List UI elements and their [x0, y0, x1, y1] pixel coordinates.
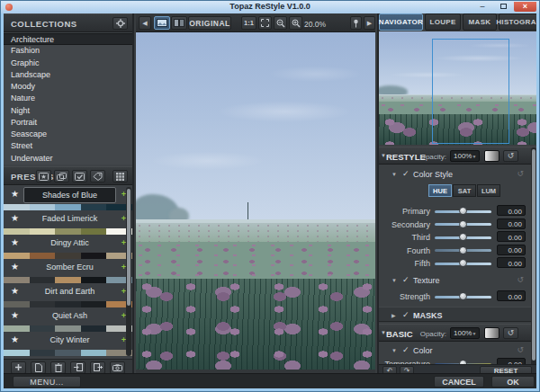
collapse-right-button[interactable]: ▶: [364, 16, 375, 30]
restyle-section-header[interactable]: ▼ RESTYLE Opacity: 100%▼ ↺: [379, 147, 536, 165]
preset-photo-star-button[interactable]: [36, 170, 51, 183]
masks-row[interactable]: ▶ ✓ MASKS: [379, 307, 536, 322]
tab-sat[interactable]: SAT: [453, 184, 476, 197]
color-reset-icon[interactable]: ↺: [517, 345, 524, 354]
collapse-caret-icon[interactable]: ▼: [392, 348, 397, 353]
close-button[interactable]: ×: [514, 2, 536, 12]
menu-button[interactable]: MENU...: [13, 376, 81, 388]
preset-check-button[interactable]: [72, 170, 87, 183]
save-preset-button[interactable]: [31, 361, 46, 374]
basic-opacity-dropdown[interactable]: 100%▼: [450, 327, 480, 339]
original-toggle-button[interactable]: ORIGINAL: [188, 16, 231, 30]
tab-mask[interactable]: MASK: [463, 13, 497, 31]
favorite-star-icon[interactable]: ★: [11, 213, 19, 223]
add-preset-button[interactable]: [11, 361, 26, 374]
strength-value[interactable]: 0.00: [497, 290, 526, 301]
preset-item[interactable]: ★ Dirt and Earth +: [4, 283, 132, 307]
navigator-thumbnail[interactable]: [379, 31, 536, 145]
delete-preset-button[interactable]: [50, 361, 66, 374]
fourth-value[interactable]: 0.00: [497, 245, 526, 255]
export-preset-button[interactable]: [90, 361, 105, 374]
import-preset-button[interactable]: [70, 361, 86, 374]
fifth-value[interactable]: 0.00: [497, 257, 526, 268]
parameters-scrollbar[interactable]: [531, 147, 536, 375]
preset-stack-button[interactable]: [54, 170, 69, 183]
preset-item[interactable]: ★ Somber Ecru +: [4, 259, 132, 283]
preset-item[interactable]: ★ Goldenrod Weaving +: [4, 356, 132, 357]
favorite-star-icon[interactable]: ★: [11, 310, 19, 320]
slider-knob[interactable]: [459, 233, 467, 241]
cancel-button[interactable]: CANCEL: [434, 376, 484, 388]
collapsed-caret-icon[interactable]: ▶: [392, 312, 396, 318]
ok-button[interactable]: OK: [491, 376, 535, 388]
restyle-reset-button[interactable]: ↺: [503, 150, 518, 162]
preset-tag-button[interactable]: [90, 170, 105, 183]
preset-item[interactable]: ★ Shades of Blue +: [4, 186, 132, 210]
collection-item-nature[interactable]: Nature: [4, 93, 132, 104]
collapse-left-button[interactable]: ◀: [139, 16, 151, 30]
preview-image[interactable]: [136, 32, 375, 370]
preset-grid-view-button[interactable]: [112, 170, 128, 183]
collection-item-architecture[interactable]: Architecture: [4, 33, 132, 45]
enabled-check-icon[interactable]: ✓: [402, 169, 410, 178]
preset-item[interactable]: ★ Quiet Ash +: [4, 307, 132, 332]
collection-item-graphic[interactable]: Graphic: [4, 58, 132, 69]
secondary-slider[interactable]: [435, 223, 491, 226]
collection-item-landscape[interactable]: Landscape: [4, 69, 132, 81]
fifth-slider[interactable]: [435, 263, 491, 265]
tab-loupe[interactable]: LOUPE: [425, 13, 461, 31]
primary-slider[interactable]: [435, 210, 491, 213]
restyle-opacity-dropdown[interactable]: 100%▼: [450, 150, 480, 162]
preset-item[interactable]: ★ Dingy Attic +: [4, 235, 132, 259]
preset-item[interactable]: ★ City Winter +: [4, 332, 132, 356]
collapse-caret-icon[interactable]: ▼: [392, 278, 397, 283]
texture-reset-icon[interactable]: ↺: [517, 275, 524, 284]
favorite-star-icon[interactable]: ★: [11, 237, 19, 247]
collection-item-fashion[interactable]: Fashion: [4, 45, 132, 57]
favorite-star-icon[interactable]: ★: [11, 286, 19, 296]
collection-item-moody[interactable]: Moody: [4, 81, 132, 93]
tab-navigator[interactable]: NAVIGATOR: [379, 13, 423, 31]
fit-screen-button[interactable]: [258, 16, 272, 30]
slider-knob[interactable]: [459, 246, 467, 254]
collection-item-seascape[interactable]: Seascape: [4, 129, 132, 140]
navigator-viewport-rect[interactable]: [432, 39, 509, 144]
collection-item-night[interactable]: Night: [4, 105, 132, 117]
snapshot-button[interactable]: [110, 361, 125, 374]
presets-scrollbar[interactable]: [126, 187, 131, 356]
slider-knob[interactable]: [459, 207, 467, 215]
fourth-slider[interactable]: [435, 249, 491, 252]
title-bar[interactable]: Topaz ReStyle V1.0.0 – ×: [1, 1, 539, 13]
basic-reset-button[interactable]: ↺: [503, 327, 518, 339]
strength-slider[interactable]: [435, 296, 491, 298]
collection-item-underwater[interactable]: Underwater: [4, 153, 132, 165]
enabled-check-icon[interactable]: ✓: [402, 310, 410, 319]
secondary-value[interactable]: 0.00: [497, 218, 526, 229]
basic-blend-mode-button[interactable]: [484, 327, 500, 339]
favorite-star-icon[interactable]: ★: [11, 262, 19, 272]
tab-hue[interactable]: HUE: [428, 184, 452, 197]
slider-knob[interactable]: [459, 259, 467, 267]
favorite-star-icon[interactable]: ★: [11, 189, 19, 199]
color-style-reset-icon[interactable]: ↺: [517, 169, 524, 178]
enabled-check-icon[interactable]: ✓: [402, 345, 410, 354]
split-view-button[interactable]: [171, 16, 187, 30]
collapse-caret-icon[interactable]: ▼: [392, 172, 397, 177]
restyle-blend-mode-button[interactable]: [484, 150, 500, 162]
zoom-in-button[interactable]: [289, 16, 302, 30]
primary-value[interactable]: 0.00: [497, 205, 526, 216]
zoom-out-button[interactable]: [274, 16, 287, 30]
favorite-star-icon[interactable]: ★: [11, 334, 19, 344]
slider-knob[interactable]: [459, 220, 467, 228]
third-value[interactable]: 0.00: [497, 231, 526, 242]
collections-settings-button[interactable]: [112, 17, 128, 30]
slider-knob[interactable]: [459, 292, 467, 300]
basic-section-header[interactable]: ▼ BASIC Opacity: 100%▼ ↺: [379, 324, 536, 342]
enabled-check-icon[interactable]: ✓: [402, 275, 410, 284]
tab-lum[interactable]: LUM: [477, 184, 500, 197]
minimize-button[interactable]: –: [472, 2, 492, 12]
pin-panel-button[interactable]: [350, 16, 362, 30]
maximize-button[interactable]: [493, 2, 513, 12]
tab-histogram[interactable]: HISTOGRAM: [499, 13, 536, 31]
preset-item[interactable]: ★ Faded Limerick +: [4, 210, 132, 235]
